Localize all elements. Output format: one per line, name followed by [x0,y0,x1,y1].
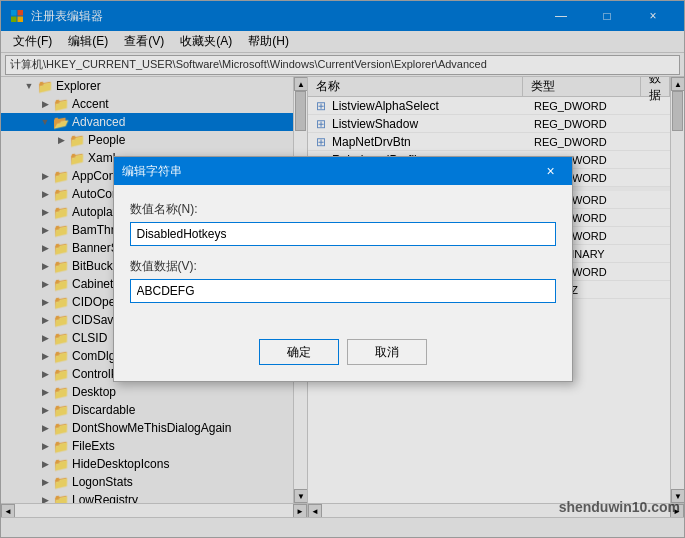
confirm-button[interactable]: 确定 [259,339,339,365]
dialog-body: 数值名称(N): 数值数据(V): [114,185,572,331]
name-label: 数值名称(N): [130,201,556,218]
dialog-close-button[interactable]: × [538,160,564,182]
data-input[interactable] [130,279,556,303]
dialog-title-bar: 编辑字符串 × [114,157,572,185]
dialog-overlay: 编辑字符串 × 数值名称(N): 数值数据(V): 确定 取消 [1,1,684,537]
edit-string-dialog: 编辑字符串 × 数值名称(N): 数值数据(V): 确定 取消 [113,156,573,382]
name-input[interactable] [130,222,556,246]
dialog-title: 编辑字符串 [122,163,538,180]
cancel-button[interactable]: 取消 [347,339,427,365]
data-label: 数值数据(V): [130,258,556,275]
dialog-buttons: 确定 取消 [114,331,572,381]
